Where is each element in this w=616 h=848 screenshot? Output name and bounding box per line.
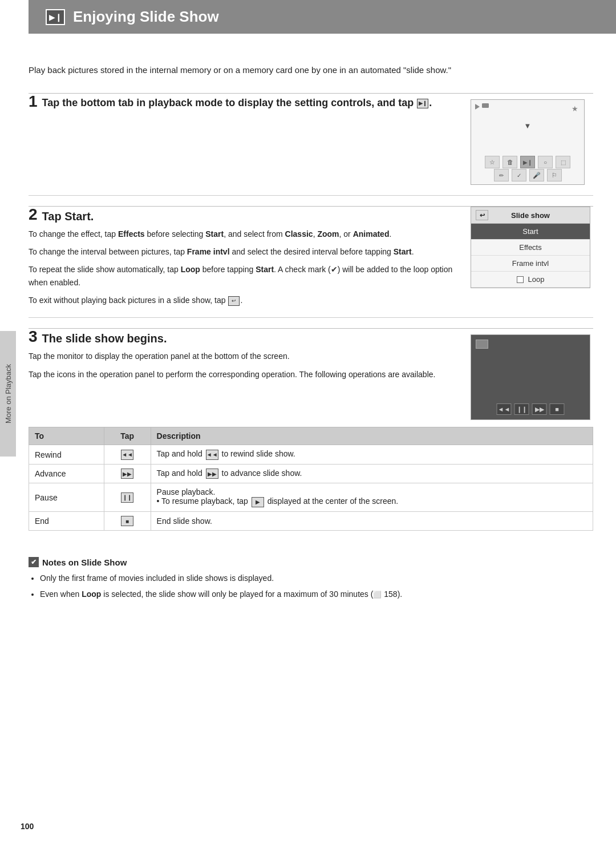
cell-end-desc: End slide show.: [151, 511, 593, 531]
step-2-content: 2 Tap Start. To change the effect, tap E…: [29, 207, 457, 307]
intro-paragraph: Play back pictures stored in the interna…: [29, 63, 593, 77]
cm3-controls: ◄◄ ❙❙ ▶▶ ■: [497, 403, 565, 415]
step-2-para-2: To change the interval between pictures,…: [29, 245, 457, 259]
cm2-title: Slide show: [511, 211, 550, 220]
step-3-para-1: Tap the monitor to display the operation…: [29, 350, 457, 363]
cm1-btn-1: ☆: [485, 156, 500, 168]
header-icon-symbol: ▶❙: [49, 13, 62, 22]
cell-advance-to: Advance: [29, 464, 104, 483]
play-icon-inline: ▶: [252, 497, 264, 507]
cell-pause-tap: ❙❙: [104, 483, 151, 512]
cm3-pause[interactable]: ❙❙: [514, 403, 529, 415]
note-item-2: Even when Loop is selected, the slide sh…: [40, 588, 593, 600]
row-advance: Advance ▶▶ Tap and hold ▶▶ to advance sl…: [29, 464, 593, 483]
cell-rewind-desc: Tap and hold ◄◄ to rewind slide show.: [151, 445, 593, 465]
exit-icon: ↩: [228, 296, 240, 306]
cm1-btn-6: ✏: [494, 169, 509, 181]
cm1-btn-7: ✓: [512, 169, 526, 181]
step-2-para-1: To change the effect, tap Effects before…: [29, 228, 457, 241]
cm2-item-loop[interactable]: Loop: [471, 272, 590, 288]
cm1-buttons-row1: ☆ 🗑 ▶❙ ○ ⬚: [476, 156, 579, 168]
cm3-stop[interactable]: ■: [550, 403, 565, 415]
cm1-rect-icon: [482, 103, 489, 108]
stop-icon: ■: [121, 516, 133, 526]
row-pause: Pause ❙❙ Pause playback. • To resume pla…: [29, 483, 593, 512]
advance-icon-inline: ▶▶: [206, 469, 218, 479]
cm2-item-effects[interactable]: Effects: [471, 240, 590, 256]
col-to: To: [29, 427, 104, 445]
notes-heading: Notes on Slide Show: [42, 558, 127, 567]
row-end: End ■ End slide show.: [29, 511, 593, 531]
step-3-body: Tap the monitor to display the operation…: [29, 350, 457, 381]
notes-title-block: ✔ Notes on Slide Show: [29, 557, 593, 567]
side-tab-label: More on Playback: [4, 364, 13, 423]
slideshow-icon: ▶❙: [417, 99, 428, 108]
cm2-item-frame-intvl[interactable]: Frame intvl: [471, 256, 590, 272]
cm3-back-icon: [476, 340, 488, 349]
operations-table: To Tap Description Rewind ◄◄ Tap and hol…: [29, 427, 593, 531]
notes-icon: ✔: [29, 557, 39, 567]
cell-end-to: End: [29, 511, 104, 531]
step-3: 3 The slide show begins. Tap the monitor…: [29, 329, 593, 541]
step-3-image: ◄◄ ❙❙ ▶▶ ■: [471, 329, 593, 420]
col-description: Description: [151, 427, 593, 445]
cell-pause-desc: Pause playback. • To resume playback, ta…: [151, 483, 593, 512]
cm2-loop-label: Loop: [528, 275, 545, 284]
page-number: 100: [21, 822, 34, 831]
step-3-para-2: Tap the icons in the operation panel to …: [29, 368, 457, 381]
step-2-image: ↩ Slide show Start Effects Frame intvl L…: [471, 207, 593, 288]
cell-rewind-tap: ◄◄: [104, 445, 151, 465]
cm1-star: ★: [572, 104, 578, 113]
cm3-advance[interactable]: ▶▶: [532, 403, 547, 415]
rewind-icon-inline: ◄◄: [206, 450, 218, 460]
cm2-loop-checkbox[interactable]: [517, 276, 524, 283]
side-tab: More on Playback: [0, 331, 16, 457]
camera-mockup-2: ↩ Slide show Start Effects Frame intvl L…: [471, 207, 590, 288]
cell-rewind-to: Rewind: [29, 445, 104, 465]
cm2-item-start[interactable]: Start: [471, 224, 590, 240]
page-title: Enjoying Slide Show: [73, 8, 219, 26]
cm1-btn-9: ⚐: [547, 169, 562, 181]
step-1-image: ★ ▼ ☆ 🗑 ▶❙ ○ ⬚ ✏ ✓ 🎤 ⚐: [471, 94, 593, 185]
step-2-title: Tap Start.: [42, 210, 94, 223]
col-tap: Tap: [104, 427, 151, 445]
cell-advance-tap: ▶▶: [104, 464, 151, 483]
cm2-back-icon: ↩: [476, 210, 488, 220]
step-3-title: The slide show begins.: [42, 332, 167, 345]
cm1-btn-2: 🗑: [502, 156, 517, 168]
cm1-btn-4: ○: [538, 156, 553, 168]
rewind-icon: ◄◄: [121, 450, 133, 460]
cm1-btn-3: ▶❙: [520, 156, 535, 168]
step-2-para-4: To exit without playing back pictures in…: [29, 294, 457, 307]
cell-end-tap: ■: [104, 511, 151, 531]
camera-mockup-3: ◄◄ ❙❙ ▶▶ ■: [471, 334, 590, 420]
cell-pause-to: Pause: [29, 483, 104, 512]
pause-icon: ❙❙: [121, 492, 133, 503]
cell-advance-desc: Tap and hold ▶▶ to advance slide show.: [151, 464, 593, 483]
step-1-number: 1: [29, 94, 38, 110]
cm1-arrow: ▼: [524, 122, 532, 130]
cm1-play-icon: [475, 104, 480, 110]
step-2-number: 2: [29, 207, 38, 223]
note-item-1: Only the first frame of movies included …: [40, 572, 593, 584]
notes-section: ✔ Notes on Slide Show Only the first fra…: [29, 554, 593, 600]
step-1-title: Tap the bottom tab in playback mode to d…: [42, 97, 432, 108]
step-2-para-3: To repeat the slide show automatically, …: [29, 263, 457, 289]
step-2: 2 Tap Start. To change the effect, tap E…: [29, 207, 593, 318]
cm2-header: ↩ Slide show: [471, 207, 590, 224]
main-content: Play back pictures stored in the interna…: [29, 34, 593, 637]
header-icon: ▶❙: [46, 9, 65, 25]
step-3-content: 3 The slide show begins. Tap the monitor…: [29, 329, 457, 381]
page-header: ▶❙ Enjoying Slide Show: [29, 0, 616, 34]
camera-mockup-1: ★ ▼ ☆ 🗑 ▶❙ ○ ⬚ ✏ ✓ 🎤 ⚐: [471, 99, 585, 185]
cm3-rewind[interactable]: ◄◄: [497, 403, 512, 415]
cm1-buttons-row2: ✏ ✓ 🎤 ⚐: [476, 169, 579, 181]
row-rewind: Rewind ◄◄ Tap and hold ◄◄ to rewind slid…: [29, 445, 593, 465]
step-1-content: 1 Tap the bottom tab in playback mode to…: [29, 94, 457, 115]
step-1: 1 Tap the bottom tab in playback mode to…: [29, 94, 593, 196]
notes-list: Only the first frame of movies included …: [29, 572, 593, 600]
advance-icon: ▶▶: [121, 469, 133, 479]
step-2-body: To change the effect, tap Effects before…: [29, 228, 457, 307]
cm1-btn-8: 🎤: [529, 169, 544, 181]
cm1-btn-5: ⬚: [556, 156, 570, 168]
